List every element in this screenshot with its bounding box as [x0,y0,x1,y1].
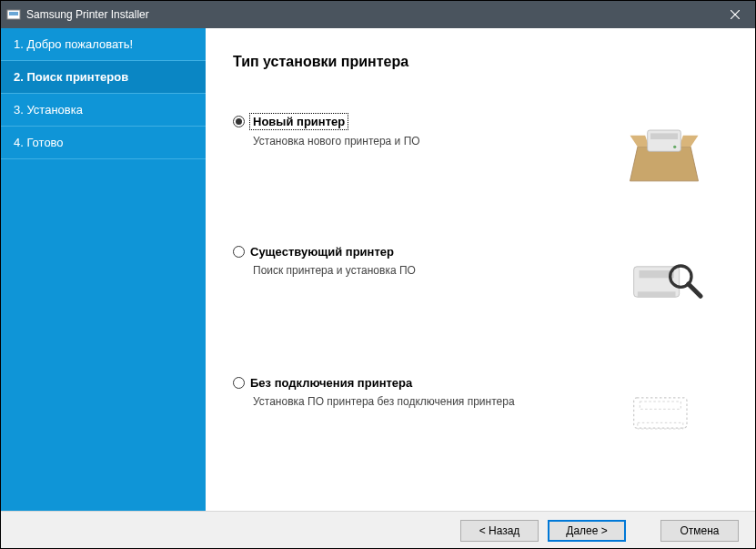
main-panel: Тип установки принтера Новый принтер Уст… [206,28,755,511]
titlebar: Samsung Printer Installer [1,1,755,28]
step-search: 2. Поиск принтеров [1,61,206,94]
cancel-button[interactable]: Отмена [660,520,739,542]
svg-rect-16 [640,402,680,409]
svg-rect-8 [650,133,678,139]
close-button[interactable] [714,1,755,28]
svg-marker-6 [680,135,699,147]
sidebar: 1. Добро пожаловать! 2. Поиск принтеров … [1,28,206,511]
option-desc: Установка нового принтера и ПО [253,135,610,147]
option-title: Без подключения принтера [250,376,412,390]
svg-rect-1 [9,12,18,15]
window-title: Samsung Printer Installer [26,8,149,21]
printer-in-box-icon [610,114,719,187]
option-existing-printer[interactable]: Существующий принтер Поиск принтера и ус… [233,245,728,318]
step-install: 3. Установка [1,94,206,127]
next-button[interactable]: Далее > [548,520,626,542]
svg-line-14 [689,284,701,296]
svg-rect-15 [634,397,687,427]
printer-outline-icon [610,376,719,449]
svg-marker-5 [630,135,650,147]
step-done: 4. Готово [1,127,206,159]
svg-rect-12 [638,291,676,298]
option-no-connection[interactable]: Без подключения принтера Установка ПО пр… [233,376,728,449]
page-title: Тип установки принтера [233,54,728,70]
radio-new-printer[interactable] [233,116,245,127]
printer-search-icon [610,245,719,318]
radio-existing-printer[interactable] [233,246,245,258]
option-desc: Установка ПО принтера без подключения пр… [253,395,610,408]
option-desc: Поиск принтера и установка ПО [253,264,610,277]
option-title: Существующий принтер [250,245,394,259]
footer: < Назад Далее > Отмена [1,511,755,549]
radio-no-connection[interactable] [233,377,245,389]
back-button[interactable]: < Назад [460,520,539,542]
option-new-printer[interactable]: Новый принтер Установка нового принтера … [233,114,728,187]
option-title: Новый принтер [250,114,348,129]
app-icon [6,7,21,22]
step-welcome: 1. Добро пожаловать! [1,28,206,61]
svg-point-9 [673,145,676,147]
svg-marker-4 [630,147,699,181]
